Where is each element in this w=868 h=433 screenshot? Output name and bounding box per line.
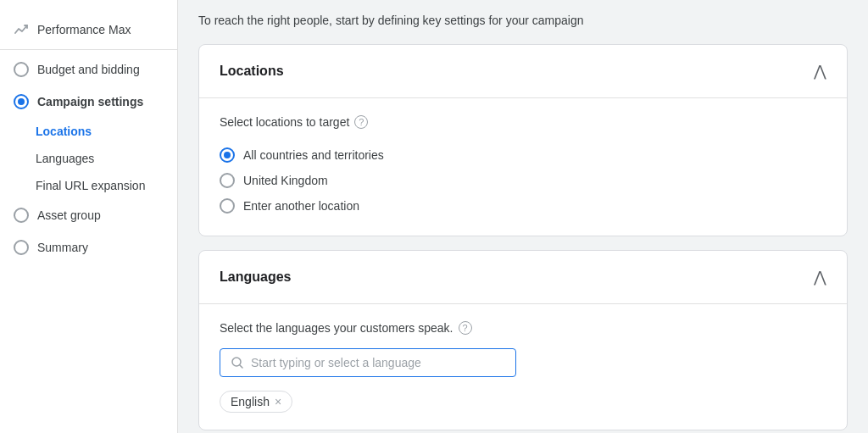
languages-section: Languages ⋀ Select the languages your cu… <box>198 250 848 430</box>
locations-header[interactable]: Locations ⋀ <box>199 45 847 98</box>
asset-group-circle-icon <box>14 208 29 223</box>
languages-header[interactable]: Languages ⋀ <box>199 251 847 304</box>
summary-circle-icon <box>14 240 29 255</box>
english-tag-remove-button[interactable]: × <box>275 396 281 408</box>
languages-chevron-up-icon: ⋀ <box>814 268 826 286</box>
locations-chevron-up-icon: ⋀ <box>814 62 826 80</box>
budget-circle-icon <box>14 62 29 77</box>
english-language-tag: English × <box>220 391 292 413</box>
sidebar-divider <box>0 49 177 50</box>
locations-body: Select locations to target ? All countri… <box>199 98 847 236</box>
sidebar-item-budget-bidding[interactable]: Budget and bidding <box>0 53 177 86</box>
english-tag-label: English <box>231 395 270 408</box>
sidebar-item-performance-max-label: Performance Max <box>37 23 131 36</box>
sidebar: Performance Max Budget and bidding Campa… <box>0 0 178 433</box>
languages-select-label: Select the languages your customers spea… <box>220 321 826 335</box>
sidebar-item-final-url-expansion[interactable]: Final URL expansion <box>36 172 177 199</box>
main-content: To reach the right people, start by defi… <box>178 0 868 433</box>
search-icon <box>231 356 244 369</box>
sidebar-item-campaign-settings-label: Campaign settings <box>37 95 143 108</box>
locations-help-icon[interactable]: ? <box>354 115 368 129</box>
radio-united-kingdom-circle <box>220 173 235 188</box>
radio-enter-another-label: Enter another location <box>243 199 359 213</box>
sidebar-item-summary[interactable]: Summary <box>0 231 177 264</box>
locations-select-label: Select locations to target ? <box>220 115 826 129</box>
sidebar-item-locations[interactable]: Locations <box>36 118 177 145</box>
page-description: To reach the right people, start by defi… <box>198 0 848 44</box>
sidebar-item-budget-label: Budget and bidding <box>37 63 140 76</box>
language-search-container <box>220 348 516 377</box>
radio-all-countries-label: All countries and territories <box>243 148 384 162</box>
radio-enter-another[interactable]: Enter another location <box>220 193 826 219</box>
radio-all-countries-circle <box>220 147 235 163</box>
sidebar-item-summary-label: Summary <box>37 241 88 254</box>
radio-united-kingdom[interactable]: United Kingdom <box>220 168 826 193</box>
languages-help-icon[interactable]: ? <box>459 321 472 335</box>
radio-all-countries[interactable]: All countries and territories <box>220 142 826 168</box>
locations-title: Locations <box>220 64 284 79</box>
sidebar-item-performance-max[interactable]: Performance Max <box>0 14 177 46</box>
sidebar-item-campaign-settings[interactable]: Campaign settings <box>0 86 177 118</box>
campaign-settings-circle-icon <box>14 94 29 109</box>
radio-enter-another-circle <box>220 198 235 214</box>
language-search-input[interactable] <box>251 356 505 369</box>
sidebar-sub-items: Locations Languages Final URL expansion <box>0 118 177 199</box>
sidebar-item-languages[interactable]: Languages <box>36 145 177 172</box>
locations-section: Locations ⋀ Select locations to target ?… <box>198 44 848 236</box>
svg-line-1 <box>240 365 242 368</box>
languages-body: Select the languages your customers spea… <box>199 304 847 430</box>
trend-icon <box>14 22 29 37</box>
radio-united-kingdom-label: United Kingdom <box>243 174 328 187</box>
languages-title: Languages <box>220 269 291 285</box>
sidebar-item-asset-group[interactable]: Asset group <box>0 199 177 231</box>
sidebar-item-asset-group-label: Asset group <box>37 208 101 222</box>
